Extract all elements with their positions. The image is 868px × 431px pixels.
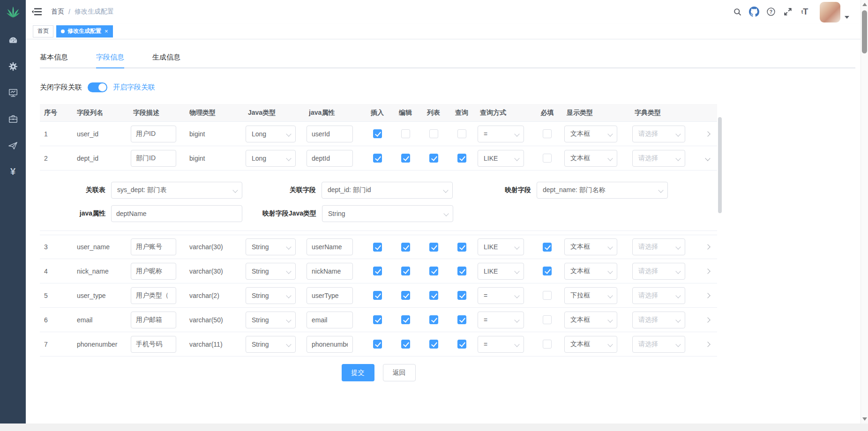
- java-type-select[interactable]: Long: [246, 126, 296, 142]
- java-type-select[interactable]: String: [246, 263, 296, 280]
- dict-type-select[interactable]: 请选择: [632, 287, 685, 304]
- collapse-row-icon[interactable]: [705, 156, 710, 161]
- list-checkbox[interactable]: [429, 129, 438, 138]
- column-desc-input[interactable]: [131, 287, 176, 304]
- java-attr-input[interactable]: [307, 238, 353, 255]
- required-checkbox[interactable]: [543, 154, 552, 163]
- mapping-java-type-select[interactable]: String: [322, 205, 453, 222]
- search-button[interactable]: [729, 0, 746, 23]
- list-checkbox[interactable]: [429, 291, 438, 300]
- expand-row-icon[interactable]: [705, 131, 710, 136]
- scroll-up-arrow-icon[interactable]: [862, 3, 867, 6]
- insert-checkbox[interactable]: [373, 340, 382, 349]
- column-desc-input[interactable]: [131, 238, 176, 255]
- tab-field-info[interactable]: 字段信息: [96, 47, 124, 67]
- java-attr-input[interactable]: [307, 336, 353, 353]
- html-type-select[interactable]: 文本框: [564, 336, 617, 353]
- sidebar-item-send[interactable]: [0, 132, 26, 158]
- java-attr-input[interactable]: [307, 150, 353, 167]
- column-desc-input[interactable]: [131, 126, 176, 142]
- tab-generate-info[interactable]: 生成信息: [152, 47, 180, 67]
- dict-type-select[interactable]: 请选择: [632, 126, 685, 142]
- font-size-button[interactable]: tT: [796, 0, 813, 23]
- required-checkbox[interactable]: [543, 129, 552, 138]
- insert-checkbox[interactable]: [373, 267, 382, 275]
- java-type-select[interactable]: String: [246, 312, 296, 328]
- html-type-select[interactable]: 文本框: [564, 126, 617, 142]
- edit-checkbox[interactable]: [401, 267, 410, 275]
- query-type-select[interactable]: =: [478, 126, 524, 142]
- vertical-scrollbar-thumb[interactable]: [862, 10, 867, 53]
- insert-checkbox[interactable]: [373, 154, 382, 163]
- java-attr-input[interactable]: [307, 126, 353, 142]
- html-type-select[interactable]: 下拉框: [564, 287, 617, 304]
- java-type-select[interactable]: String: [246, 287, 296, 304]
- html-type-select[interactable]: 文本框: [564, 312, 617, 328]
- java-type-select[interactable]: String: [246, 336, 296, 353]
- dict-type-select[interactable]: 请选择: [632, 150, 685, 167]
- list-checkbox[interactable]: [429, 340, 438, 349]
- html-type-select[interactable]: 文本框: [564, 263, 617, 280]
- list-checkbox[interactable]: [429, 267, 438, 275]
- sidebar-item-tool[interactable]: [0, 106, 26, 132]
- github-button[interactable]: [746, 0, 763, 23]
- user-menu[interactable]: [820, 1, 849, 22]
- sidebar-item-monitor[interactable]: [0, 80, 26, 106]
- column-desc-input[interactable]: [131, 336, 176, 353]
- dict-type-select[interactable]: 请选择: [632, 263, 685, 280]
- fullscreen-button[interactable]: [779, 0, 796, 23]
- query-type-select[interactable]: LIKE: [478, 263, 524, 280]
- close-tag-icon[interactable]: ×: [105, 28, 108, 35]
- mapping-field-select[interactable]: dept_name: 部门名称: [537, 182, 668, 199]
- required-checkbox[interactable]: [543, 291, 552, 300]
- relation-open-link[interactable]: 开启字段关联: [113, 83, 155, 92]
- edit-checkbox[interactable]: [401, 243, 410, 252]
- sidebar-item-dashboard[interactable]: [0, 27, 26, 53]
- insert-checkbox[interactable]: [373, 291, 382, 300]
- query-type-select[interactable]: =: [478, 287, 524, 304]
- scroll-down-arrow-icon[interactable]: [862, 417, 867, 421]
- required-checkbox[interactable]: [543, 315, 552, 324]
- query-checkbox[interactable]: [457, 291, 466, 300]
- dict-type-select[interactable]: 请选择: [632, 336, 685, 353]
- java-attr-input[interactable]: [307, 312, 353, 328]
- dict-type-select[interactable]: 请选择: [632, 312, 685, 328]
- java-attr-input[interactable]: [307, 287, 353, 304]
- query-type-select[interactable]: =: [478, 336, 524, 353]
- relation-table-select[interactable]: sys_dept: 部门表: [111, 182, 242, 199]
- query-checkbox[interactable]: [457, 243, 466, 252]
- help-button[interactable]: ?: [763, 0, 779, 23]
- required-checkbox[interactable]: [543, 243, 552, 252]
- edit-checkbox[interactable]: [401, 129, 410, 138]
- relation-field-select[interactable]: dept_id: 部门id: [322, 182, 453, 199]
- query-type-select[interactable]: =: [478, 312, 524, 328]
- sidebar-toggle-button[interactable]: [26, 0, 47, 23]
- required-checkbox[interactable]: [543, 267, 552, 275]
- column-desc-input[interactable]: [131, 150, 176, 167]
- expand-row-icon[interactable]: [705, 268, 710, 274]
- query-type-select[interactable]: LIKE: [478, 150, 524, 167]
- horizontal-scrollbar[interactable]: [0, 424, 868, 431]
- column-desc-input[interactable]: [131, 312, 176, 328]
- required-checkbox[interactable]: [543, 340, 552, 349]
- relation-toggle-switch[interactable]: [88, 82, 107, 92]
- java-type-select[interactable]: Long: [246, 150, 296, 167]
- query-checkbox[interactable]: [457, 315, 466, 324]
- expand-row-icon[interactable]: [705, 244, 710, 249]
- query-checkbox[interactable]: [457, 340, 466, 349]
- list-checkbox[interactable]: [429, 315, 438, 324]
- table-scrollbar-thumb[interactable]: [718, 117, 722, 213]
- column-desc-input[interactable]: [131, 263, 176, 280]
- edit-checkbox[interactable]: [401, 291, 410, 300]
- html-type-select[interactable]: 文本框: [564, 238, 617, 255]
- tag-home[interactable]: 首页: [33, 25, 53, 37]
- insert-checkbox[interactable]: [373, 315, 382, 324]
- user-avatar[interactable]: [820, 2, 840, 22]
- app-logo[interactable]: [0, 0, 26, 23]
- dict-type-select[interactable]: 请选择: [632, 238, 685, 255]
- edit-checkbox[interactable]: [401, 315, 410, 324]
- list-checkbox[interactable]: [429, 154, 438, 163]
- back-button[interactable]: 返回: [383, 364, 416, 381]
- query-checkbox[interactable]: [457, 129, 466, 138]
- expand-row-icon[interactable]: [705, 317, 710, 322]
